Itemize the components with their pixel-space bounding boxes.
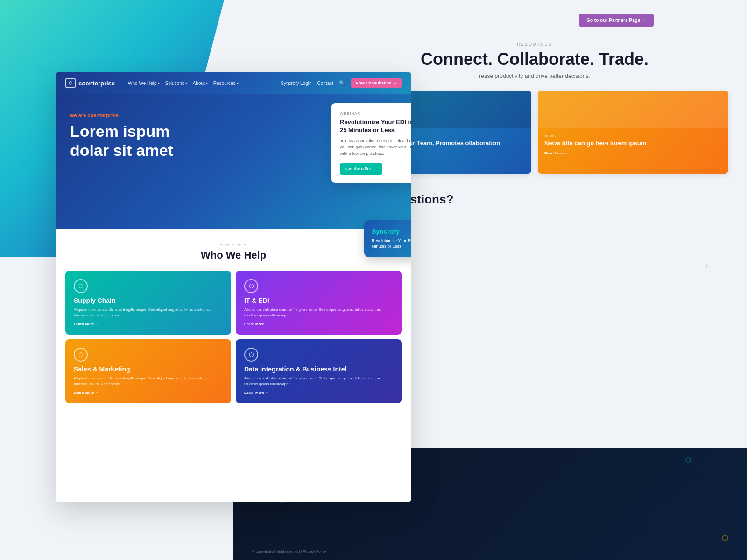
supply-chain-icon: ⬡ [74,279,88,293]
sales-marketing-icon: ⬡ [74,348,88,362]
resource-card-news[interactable]: NEWS News title can go here lorem ipsum … [538,91,728,174]
service-sales-marketing[interactable]: ⬡ Sales & Marketing Aliquam ut vulputate… [65,339,231,403]
nav-about[interactable]: About▾ [193,81,208,86]
service-desc: Aliquam ut vulputate diam, at fringilla … [74,307,223,318]
nav-who-we-help[interactable]: Who We Help▾ [128,81,160,86]
resources-label: RESOURCES [341,42,728,47]
news-read-link[interactable]: Read Now → [538,151,728,162]
section-subtitle-label: SUB TITLE [70,243,397,247]
nav-resources[interactable]: Resources▾ [213,81,239,86]
service-supply-chain[interactable]: ⬡ Supply Chain Aliquam ut vulputate diam… [65,271,231,335]
webinar-card: WEBINAR Revolutionize Your EDI in 25 Min… [331,103,411,183]
news-type-label: NEWS [538,128,728,140]
webinar-label: WEBINAR [340,112,411,116]
service-desc: Aliquam ut vulputate diam, at fringilla … [244,376,393,387]
navbar: ⬡ coenterprise Who We Help▾ Solutions▾ A… [56,72,411,94]
service-data-integration[interactable]: ⬡ Data Integration & Business Intel Aliq… [236,339,402,403]
service-desc: Aliquam ut vulputate diam, at fringilla … [74,376,223,387]
service-it-edi[interactable]: ⬡ IT & EDI Aliquam ut vulputate diam, at… [236,271,402,335]
webinar-cta-button[interactable]: Get the Offer → [340,163,382,175]
logo-icon: ⬡ [65,78,76,88]
syncrofy-logo: Syncrofy [372,228,411,235]
syncrofy-tagline: Revolutionize Your EDI in 25 Minutes or … [372,238,411,250]
service-link[interactable]: Learn More → [74,391,223,395]
nav-logo: ⬡ coenterprise [65,78,115,88]
service-link[interactable]: Learn More → [244,391,393,395]
partners-button[interactable]: Go to our Partners Page → [579,14,654,27]
resources-title: Connect. Collaborate. Trade. [341,49,728,69]
news-image [538,91,728,128]
who-we-help-section: SUB TITLE Who We Help [56,229,411,261]
service-link[interactable]: Learn More → [74,322,223,326]
nav-syncrofy-login[interactable]: Syncrofy Login [281,81,311,86]
footer-deco-2 [722,535,728,541]
syncrofy-card[interactable]: Syncrofy Revolutionize Your EDI in 25 Mi… [364,220,411,257]
footer-deco-1 [685,457,691,463]
service-name: Supply Chain [74,297,223,304]
nav-search-icon[interactable]: 🔍 [339,80,345,86]
news-title: News title can go here lorem ipsum [538,140,728,151]
service-name: IT & EDI [244,297,393,304]
data-integration-icon: ⬡ [244,348,258,362]
service-name: Sales & Marketing [74,365,223,373]
hero-section: we are coenterprise. Lorem ispum dolar s… [56,94,411,229]
service-desc: Aliquam ut vulputate diam, at fringilla … [244,307,393,318]
webinar-title: Revolutionize Your EDI in 25 Minutes or … [340,119,411,134]
nav-solutions[interactable]: Solutions▾ [165,81,187,86]
plus-icon: + [704,261,710,272]
services-grid: ⬡ Supply Chain Aliquam ut vulputate diam… [56,271,411,413]
service-link[interactable]: Learn More → [244,322,393,326]
webinar-desc: Join us as we take a deeper look at how … [340,138,411,157]
it-edi-icon: ⬡ [244,279,258,293]
logo-text: coenterprise [78,80,115,87]
nav-contact[interactable]: Contact [317,81,333,86]
who-we-help-title: Who We Help [70,249,397,261]
service-name: Data Integration & Business Intel [244,365,393,373]
nav-cta-button[interactable]: Free Consultation → [351,78,402,88]
main-website-card: ⬡ coenterprise Who We Help▾ Solutions▾ A… [56,72,411,502]
footer-copyright: © copyright all right reserved | Privacy… [252,549,326,553]
